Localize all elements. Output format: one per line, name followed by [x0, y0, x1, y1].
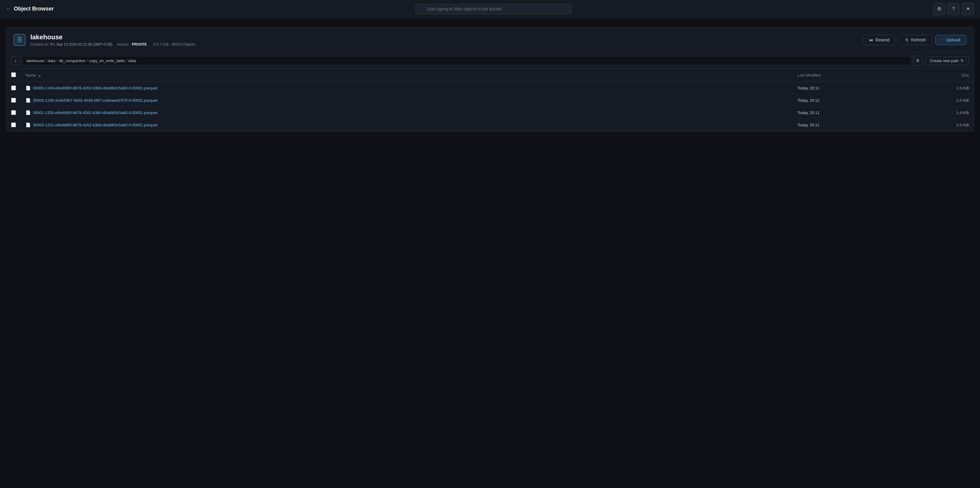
- table-row: 📄 00000-1258-2e4b5957-6002-4039-bf87-ca9…: [6, 94, 974, 107]
- back-arrow-icon: ←: [6, 6, 11, 12]
- row-checkbox-0[interactable]: [11, 86, 16, 91]
- app-title: Object Browser: [14, 6, 54, 12]
- upload-icon: ↑: [942, 38, 944, 42]
- col-check-all: [6, 69, 21, 82]
- nav-right-actions: ⚙ ? ☀: [933, 3, 974, 15]
- sort-icon: ▲: [38, 74, 41, 77]
- copy-icon: ⧉: [916, 58, 919, 63]
- row-modified-cell: Today, 20:12: [793, 94, 853, 107]
- rewind-button[interactable]: ⏮ Rewind: [862, 35, 896, 45]
- create-path-label: Create new path: [930, 59, 959, 63]
- col-modified-header: Last Modified: [793, 69, 853, 82]
- row-checkbox-cell: [6, 119, 21, 131]
- row-modified-cell: Today, 20:11: [793, 119, 853, 131]
- path-back-button[interactable]: ‹: [11, 56, 20, 65]
- row-size-cell: 1.4 KiB: [853, 107, 974, 119]
- theme-icon: ☀: [966, 6, 970, 12]
- path-segment-0[interactable]: lakehouse: [26, 59, 44, 63]
- path-segment-4[interactable]: data: [129, 59, 136, 63]
- refresh-label: Refresh: [911, 38, 926, 42]
- table-row: 📄 00001-1250-e6e9995f-8878-4262-b3b0-d0a…: [6, 107, 974, 119]
- file-icon: 📄: [25, 110, 30, 115]
- row-checkbox-3[interactable]: [11, 122, 16, 127]
- file-icon: 📄: [25, 122, 30, 127]
- file-name-link[interactable]: 00000-1258-2e4b5957-6002-4039-bf87-ca94a…: [33, 98, 158, 103]
- row-checkbox-cell: [6, 82, 21, 94]
- settings-icon: ⚙: [937, 6, 941, 12]
- rewind-icon: ⏮: [869, 38, 873, 42]
- top-nav: ← Object Browser 🔍 ⚙ ? ☀: [0, 0, 980, 18]
- row-name-cell: 📄 00000-1258-2e4b5957-6002-4039-bf87-ca9…: [21, 94, 793, 107]
- check-all-checkbox[interactable]: [11, 72, 16, 77]
- col-name-label: Name: [25, 73, 36, 78]
- refresh-button[interactable]: ↻ Refresh: [899, 35, 932, 45]
- path-sep-2: /: [87, 58, 88, 63]
- bucket-info: 🗄 lakehouse Created on: Fri, Sep 13 2024…: [14, 33, 195, 46]
- bucket-card: 🗄 lakehouse Created on: Fri, Sep 13 2024…: [6, 27, 974, 132]
- file-table-body: 📄 00000-1249-e6e9995f-8878-4262-b3b0-d0a…: [6, 82, 974, 131]
- row-checkbox-cell: [6, 107, 21, 119]
- refresh-icon: ↻: [905, 38, 909, 42]
- row-size-cell: 1.5 KiB: [853, 94, 974, 107]
- file-icon: 📄: [25, 98, 30, 103]
- create-path-button[interactable]: Create new path ✎: [925, 56, 969, 65]
- path-sep-0: /: [45, 58, 46, 63]
- search-input[interactable]: [415, 4, 572, 14]
- path-segment-1[interactable]: data: [48, 59, 55, 63]
- row-checkbox-1[interactable]: [11, 98, 16, 103]
- rewind-label: Rewind: [875, 38, 889, 42]
- copy-path-button[interactable]: ⧉: [913, 56, 923, 65]
- file-name-link[interactable]: 00001-1250-e6e9995f-8878-4262-b3b0-d0afd…: [33, 110, 158, 115]
- path-back-icon: ‹: [15, 58, 16, 63]
- created-date: Fri, Sep 13 2024 02:21:58 (GMT+5:30): [50, 42, 112, 46]
- help-icon: ?: [952, 6, 955, 12]
- back-to-browser[interactable]: ← Object Browser: [6, 6, 54, 12]
- search-wrapper: 🔍: [415, 4, 572, 14]
- table-row: 📄 00002-1251-e6e9995f-8878-4262-b3b0-d0a…: [6, 119, 974, 131]
- theme-button[interactable]: ☀: [962, 3, 974, 15]
- main-content: 🗄 lakehouse Created on: Fri, Sep 13 2024…: [0, 18, 980, 140]
- path-display: lakehouse / data / db_compaction / copy_…: [22, 56, 911, 65]
- col-name-header[interactable]: Name ▲: [21, 69, 793, 82]
- file-name-link[interactable]: 00000-1249-e6e9995f-8878-4262-b3b0-d0afd…: [33, 86, 158, 91]
- bucket-actions: ⏮ Rewind ↻ Refresh ↑ Upload: [862, 35, 966, 45]
- path-sep-1: /: [56, 58, 58, 63]
- row-name-cell: 📄 00001-1250-e6e9995f-8878-4262-b3b0-d0a…: [21, 107, 793, 119]
- path-segment-2[interactable]: db_compaction: [59, 59, 85, 63]
- storage-icon: 🗄: [16, 37, 22, 43]
- create-path-icon: ✎: [961, 59, 964, 63]
- row-size-cell: 1.5 KiB: [853, 82, 974, 94]
- upload-label: Upload: [946, 38, 960, 42]
- size-info: 275.7 GiB - 86264 Objects: [153, 42, 195, 46]
- bucket-header: 🗄 lakehouse Created on: Fri, Sep 13 2024…: [6, 27, 974, 53]
- path-bar: ‹ lakehouse / data / db_compaction / cop…: [6, 53, 974, 69]
- path-segment-3[interactable]: copy_on_write_table: [89, 59, 125, 63]
- row-modified-cell: Today, 20:11: [793, 82, 853, 94]
- row-checkbox-cell: [6, 94, 21, 107]
- upload-button[interactable]: ↑ Upload: [935, 35, 966, 45]
- file-table: Name ▲ Last Modified Size 📄 00000-1249-e…: [6, 69, 974, 131]
- access-label: Access:: [117, 42, 130, 46]
- col-size-header: Size: [853, 69, 974, 82]
- row-modified-cell: Today, 20:11: [793, 107, 853, 119]
- table-header-row: Name ▲ Last Modified Size: [6, 69, 974, 82]
- bucket-name: lakehouse: [30, 33, 195, 41]
- settings-button[interactable]: ⚙: [933, 3, 945, 15]
- path-actions: ⧉ Create new path ✎: [913, 56, 969, 65]
- bucket-meta: Created on: Fri, Sep 13 2024 02:21:58 (G…: [30, 42, 195, 46]
- file-icon: 📄: [25, 86, 30, 91]
- row-name-cell: 📄 00000-1249-e6e9995f-8878-4262-b3b0-d0a…: [21, 82, 793, 94]
- access-value: PRIVATE: [132, 42, 147, 46]
- help-button[interactable]: ?: [948, 3, 959, 15]
- row-checkbox-2[interactable]: [11, 110, 16, 115]
- row-size-cell: 1.5 KiB: [853, 119, 974, 131]
- created-label: Created on:: [30, 42, 49, 46]
- table-row: 📄 00000-1249-e6e9995f-8878-4262-b3b0-d0a…: [6, 82, 974, 94]
- file-name-link[interactable]: 00002-1251-e6e9995f-8878-4262-b3b0-d0afd…: [33, 123, 158, 127]
- row-name-cell: 📄 00002-1251-e6e9995f-8878-4262-b3b0-d0a…: [21, 119, 793, 131]
- bucket-icon: 🗄: [14, 34, 25, 46]
- path-sep-3: /: [126, 58, 127, 63]
